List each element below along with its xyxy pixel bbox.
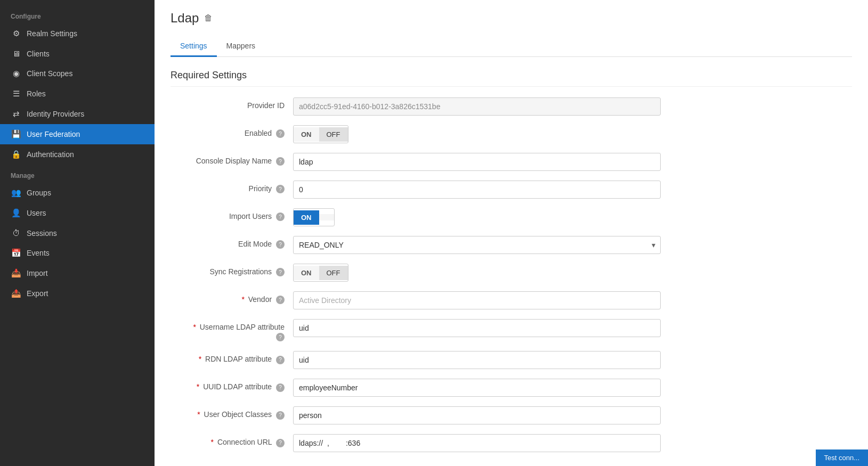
form-row-priority: Priority ? xyxy=(171,181,852,199)
users-icon: 👤 xyxy=(11,208,21,218)
export-icon: 📤 xyxy=(11,289,21,298)
form-row-sync-registrations: Sync Registrations ? ON OFF xyxy=(171,264,852,282)
tab-mappers[interactable]: Mappers xyxy=(217,36,265,57)
clients-icon: 🖥 xyxy=(11,49,21,58)
help-icon-edit-mode[interactable]: ? xyxy=(276,240,285,249)
sidebar-item-realm-settings[interactable]: ⚙ Realm Settings xyxy=(0,23,155,44)
import-icon: 📥 xyxy=(11,268,21,278)
label-provider-id: Provider ID xyxy=(171,97,293,110)
sidebar-label-user-federation: User Federation xyxy=(27,130,80,138)
sidebar-label-users: Users xyxy=(27,209,46,217)
input-priority[interactable] xyxy=(293,181,661,199)
manage-section-label: Manage xyxy=(0,165,155,183)
control-import-users: ON xyxy=(293,208,661,226)
sidebar-label-identity-providers: Identity Providers xyxy=(27,110,84,118)
authentication-icon: 🔒 xyxy=(11,150,21,159)
sidebar-item-clients[interactable]: 🖥 Clients xyxy=(0,44,155,63)
help-icon-import-users[interactable]: ? xyxy=(276,212,285,221)
sidebar-label-realm-settings: Realm Settings xyxy=(27,29,77,38)
page-title: Ldap xyxy=(171,11,199,26)
toggle-on-import-users: ON xyxy=(294,210,319,225)
sidebar-label-import: Import xyxy=(27,269,48,277)
control-uuid-ldap xyxy=(293,379,661,397)
toggle-enabled[interactable]: ON OFF xyxy=(293,125,348,143)
client-scopes-icon: ◉ xyxy=(11,69,21,78)
sidebar-label-events: Events xyxy=(27,249,50,257)
control-vendor xyxy=(293,291,661,309)
sidebar-item-export[interactable]: 📤 Export xyxy=(0,283,155,304)
sidebar-label-authentication: Authentication xyxy=(27,150,74,159)
form-row-import-users: Import Users ? ON xyxy=(171,208,852,226)
control-console-display-name xyxy=(293,153,661,171)
select-edit-mode[interactable]: READ_ONLY WRITABLE UNSYNCED xyxy=(293,236,661,254)
help-icon-vendor[interactable]: ? xyxy=(276,296,285,304)
control-username-ldap xyxy=(293,319,661,337)
roles-icon: ☰ xyxy=(11,89,21,99)
label-enabled: Enabled ? xyxy=(171,125,293,138)
page-title-row: Ldap 🗑 xyxy=(171,11,852,26)
help-icon-user-object-classes[interactable]: ? xyxy=(276,411,285,420)
configure-section-label: Configure xyxy=(0,5,155,23)
tab-bar: Settings Mappers xyxy=(171,36,852,57)
help-icon-priority[interactable]: ? xyxy=(276,185,285,193)
label-username-ldap: * Username LDAP attribute ? xyxy=(171,319,293,341)
control-connection-url xyxy=(293,434,661,452)
input-console-display-name[interactable] xyxy=(293,153,661,171)
sidebar-label-sessions: Sessions xyxy=(27,229,57,238)
input-provider-id xyxy=(293,97,661,116)
label-user-object-classes: * User Object Classes ? xyxy=(171,406,293,419)
main-content: Ldap 🗑 Settings Mappers Required Setting… xyxy=(155,0,868,466)
sidebar-item-users[interactable]: 👤 Users xyxy=(0,203,155,223)
select-wrapper-edit-mode: READ_ONLY WRITABLE UNSYNCED xyxy=(293,236,661,254)
realm-settings-icon: ⚙ xyxy=(11,29,21,38)
toggle-on-sync-registrations: ON xyxy=(294,266,319,280)
form-row-rdn-ldap: * RDN LDAP attribute ? xyxy=(171,351,852,369)
sidebar-item-client-scopes[interactable]: ◉ Client Scopes xyxy=(0,63,155,84)
sidebar-item-events[interactable]: 📅 Events xyxy=(0,243,155,263)
help-icon-console-display-name[interactable]: ? xyxy=(276,157,285,166)
sidebar-item-sessions[interactable]: ⏱ Sessions xyxy=(0,223,155,243)
form-row-enabled: Enabled ? ON OFF xyxy=(171,125,852,143)
sidebar-item-roles[interactable]: ☰ Roles xyxy=(0,84,155,104)
control-provider-id xyxy=(293,97,661,116)
input-vendor[interactable] xyxy=(293,291,661,309)
sidebar-item-groups[interactable]: 👥 Groups xyxy=(0,183,155,203)
input-rdn-ldap[interactable] xyxy=(293,351,661,369)
sidebar-item-authentication[interactable]: 🔒 Authentication xyxy=(0,144,155,165)
label-edit-mode: Edit Mode ? xyxy=(171,236,293,249)
sidebar-item-import[interactable]: 📥 Import xyxy=(0,263,155,283)
delete-button[interactable]: 🗑 xyxy=(204,13,213,23)
sidebar-label-client-scopes: Client Scopes xyxy=(27,69,72,78)
sidebar-item-identity-providers[interactable]: ⇄ Identity Providers xyxy=(0,104,155,124)
control-sync-registrations: ON OFF xyxy=(293,264,661,282)
form-row-console-display-name: Console Display Name ? xyxy=(171,153,852,171)
input-username-ldap[interactable] xyxy=(293,319,661,337)
label-connection-url: * Connection URL ? xyxy=(171,434,293,447)
sidebar-item-user-federation[interactable]: 💾 User Federation xyxy=(0,124,155,144)
form-row-user-object-classes: * User Object Classes ? xyxy=(171,406,852,424)
input-user-object-classes[interactable] xyxy=(293,406,661,424)
help-icon-uuid-ldap[interactable]: ? xyxy=(276,383,285,392)
label-import-users: Import Users ? xyxy=(171,208,293,221)
input-connection-url[interactable] xyxy=(293,434,661,452)
label-console-display-name: Console Display Name ? xyxy=(171,153,293,166)
help-icon-connection-url[interactable]: ? xyxy=(276,439,285,447)
help-icon-username-ldap[interactable]: ? xyxy=(276,333,285,341)
sidebar-label-roles: Roles xyxy=(27,89,46,98)
label-rdn-ldap: * RDN LDAP attribute ? xyxy=(171,351,293,364)
events-icon: 📅 xyxy=(11,248,21,258)
label-sync-registrations: Sync Registrations ? xyxy=(171,264,293,276)
tab-settings[interactable]: Settings xyxy=(171,36,217,57)
toggle-on-enabled: ON xyxy=(294,127,319,142)
help-icon-enabled[interactable]: ? xyxy=(276,129,285,138)
control-rdn-ldap xyxy=(293,351,661,369)
toggle-import-users[interactable]: ON xyxy=(293,208,335,226)
help-icon-sync-registrations[interactable]: ? xyxy=(276,268,285,276)
control-user-object-classes xyxy=(293,406,661,424)
test-connection-bar[interactable]: Test conn... xyxy=(816,449,868,466)
help-icon-rdn-ldap[interactable]: ? xyxy=(276,356,285,364)
toggle-sync-registrations[interactable]: ON OFF xyxy=(293,264,348,282)
sessions-icon: ⏱ xyxy=(11,228,21,238)
input-uuid-ldap[interactable] xyxy=(293,379,661,397)
toggle-off-import-users xyxy=(319,214,334,220)
